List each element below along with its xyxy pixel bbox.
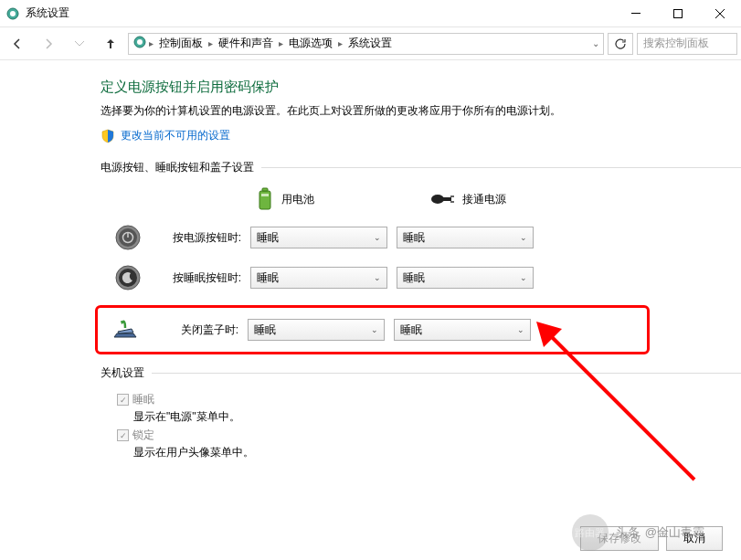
window-controls (615, 0, 741, 27)
up-button[interactable] (97, 31, 124, 57)
dropdown-value: 睡眠 (254, 322, 276, 338)
svg-rect-3 (674, 9, 683, 17)
plugged-column-label: 接通电源 (462, 192, 506, 207)
navigation-bar: ▸ 控制面板 ▸ 硬件和声音 ▸ 电源选项 ▸ 系统设置 ⌄ 搜索控制面板 (0, 27, 741, 60)
minimize-button[interactable] (615, 0, 657, 27)
chevron-right-icon: ▸ (208, 38, 213, 48)
lid-close-plugged-dropdown[interactable]: 睡眠 ⌄ (394, 319, 531, 341)
lock-checkbox[interactable]: ✓ (117, 429, 129, 441)
lock-checkbox-desc: 显示在用户头像菜单中。 (117, 445, 741, 460)
battery-column-header: 用电池 (256, 186, 393, 212)
search-input[interactable]: 搜索控制面板 (637, 33, 737, 55)
column-headers: 用电池 接通电源 (101, 186, 741, 212)
sleep-checkbox-desc: 显示在"电源"菜单中。 (117, 409, 741, 425)
content-area: 定义电源按钮并启用密码保护 选择要为你的计算机设置的电源设置。在此页上对设置所做… (0, 60, 741, 460)
admin-link-text[interactable]: 更改当前不可用的设置 (121, 128, 230, 143)
breadcrumb-item[interactable]: 系统设置 (344, 34, 396, 53)
power-button-plugged-dropdown[interactable]: 睡眠 ⌄ (397, 227, 534, 248)
back-button[interactable] (4, 31, 31, 57)
chevron-down-icon: ⌄ (517, 325, 524, 334)
chevron-right-icon: ▸ (338, 38, 343, 48)
sleep-button-plugged-dropdown[interactable]: 睡眠 ⌄ (397, 267, 534, 289)
shield-icon (101, 129, 115, 143)
dropdown-value: 睡眠 (403, 270, 425, 286)
breadcrumb-item[interactable]: 电源选项 (285, 34, 336, 53)
watermark-text: @金山毒霸 (645, 524, 704, 541)
svg-point-11 (431, 195, 444, 204)
dropdown-value: 睡眠 (257, 270, 279, 286)
dropdown-value: 睡眠 (400, 322, 422, 338)
breadcrumb[interactable]: ▸ 控制面板 ▸ 硬件和声音 ▸ 电源选项 ▸ 系统设置 ⌄ (128, 33, 604, 55)
power-button-battery-dropdown[interactable]: 睡眠 ⌄ (250, 227, 387, 248)
chevron-right-icon: ▸ (279, 38, 283, 48)
watermark: 路由器 头条 @金山毒霸 (572, 514, 704, 551)
window-titlebar: 系统设置 (0, 0, 741, 27)
lid-close-label: 关闭盖子时: (147, 322, 248, 338)
chevron-down-icon: ⌄ (374, 273, 381, 282)
breadcrumb-item[interactable]: 硬件和声音 (215, 34, 277, 53)
power-button-label: 按电源按钮时: (150, 230, 250, 246)
window-title: 系统设置 (26, 5, 615, 21)
lid-close-battery-dropdown[interactable]: 睡眠 ⌄ (248, 319, 385, 341)
plug-icon (429, 193, 455, 206)
divider (261, 167, 741, 168)
section-title-shutdown: 关机设置 (101, 365, 144, 381)
section-title-buttons: 电源按钮、睡眠按钮和盖子设置 (101, 160, 254, 175)
lock-checkbox-item: ✓ 锁定 显示在用户头像菜单中。 (117, 428, 741, 460)
power-button-row: 按电源按钮时: 睡眠 ⌄ 睡眠 ⌄ (101, 225, 741, 250)
admin-settings-link[interactable]: 更改当前不可用的设置 (101, 128, 741, 143)
svg-rect-10 (261, 194, 269, 196)
breadcrumb-root-icon[interactable] (132, 35, 147, 52)
svg-rect-13 (450, 195, 454, 197)
svg-rect-9 (262, 188, 268, 191)
watermark-badge-icon: 路由器 (572, 514, 609, 551)
chevron-down-icon: ⌄ (371, 325, 378, 334)
svg-rect-2 (631, 13, 640, 14)
refresh-button[interactable] (608, 33, 633, 55)
forward-button[interactable] (35, 31, 62, 57)
plugged-column-header: 接通电源 (429, 186, 566, 212)
laptop-lid-icon (112, 317, 138, 343)
dropdown-value: 睡眠 (403, 230, 425, 246)
power-button-icon (115, 225, 141, 250)
chevron-down-icon: ⌄ (520, 233, 527, 242)
svg-point-1 (10, 11, 16, 16)
page-description: 选择要为你的计算机设置的电源设置。在此页上对设置所做的更改将应用于你所有的电源计… (101, 103, 741, 119)
sleep-checkbox[interactable]: ✓ (117, 394, 129, 406)
svg-rect-12 (442, 197, 451, 201)
chevron-down-icon: ⌄ (374, 233, 381, 242)
recent-dropdown-icon[interactable] (66, 31, 93, 57)
lock-checkbox-label: 锁定 (132, 428, 154, 443)
battery-column-label: 用电池 (281, 192, 314, 207)
shutdown-settings: ✓ 睡眠 显示在"电源"菜单中。 ✓ 锁定 显示在用户头像菜单中。 (101, 392, 741, 460)
breadcrumb-item[interactable]: 控制面板 (155, 34, 206, 53)
page-title: 定义电源按钮并启用密码保护 (101, 79, 741, 96)
svg-rect-14 (450, 201, 454, 203)
sleep-button-label: 按睡眠按钮时: (150, 270, 250, 286)
sleep-checkbox-item: ✓ 睡眠 显示在"电源"菜单中。 (117, 392, 741, 425)
divider (152, 373, 741, 374)
sleep-button-battery-dropdown[interactable]: 睡眠 ⌄ (250, 267, 387, 289)
sleep-checkbox-label: 睡眠 (132, 392, 154, 407)
battery-icon (256, 186, 274, 212)
watermark-prefix: 头条 (616, 524, 640, 541)
svg-point-7 (137, 39, 143, 45)
sleep-button-icon (115, 265, 141, 291)
chevron-right-icon: ▸ (149, 38, 153, 48)
sleep-button-row: 按睡眠按钮时: 睡眠 ⌄ 睡眠 ⌄ (101, 265, 741, 291)
maximize-button[interactable] (657, 0, 699, 27)
chevron-down-icon: ⌄ (520, 273, 527, 282)
window-icon (5, 6, 20, 21)
search-placeholder: 搜索控制面板 (643, 36, 709, 51)
close-button[interactable] (699, 0, 741, 27)
chevron-down-icon[interactable]: ⌄ (592, 38, 599, 48)
dropdown-value: 睡眠 (257, 230, 279, 246)
lid-close-row: 关闭盖子时: 睡眠 ⌄ 睡眠 ⌄ (95, 305, 650, 354)
